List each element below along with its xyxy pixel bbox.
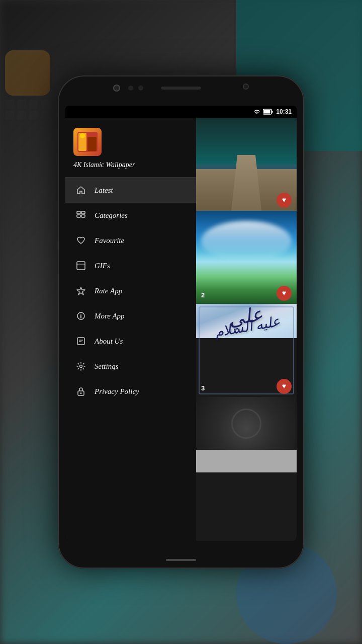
gear-icon bbox=[75, 361, 86, 372]
app-name-label: 4K Islamic Wallpaper bbox=[73, 161, 188, 169]
info-icon bbox=[75, 310, 86, 321]
lock-icon bbox=[75, 386, 86, 397]
phone-screen: 10:31 4K I bbox=[65, 106, 297, 541]
about-icon bbox=[75, 336, 86, 347]
favourite-button-2[interactable]: ♥ bbox=[277, 286, 292, 301]
svg-rect-1 bbox=[272, 111, 273, 113]
drawer-item-favourite[interactable]: Favourite bbox=[65, 228, 196, 253]
svg-point-22 bbox=[80, 392, 82, 394]
drawer-item-privacy-policy[interactable]: Privacy Policy bbox=[65, 379, 196, 404]
drawer-item-about-us[interactable]: About Us bbox=[65, 329, 196, 354]
front-camera-dot1 bbox=[128, 86, 133, 91]
earpiece-speaker bbox=[161, 87, 201, 90]
svg-rect-7 bbox=[77, 211, 80, 214]
main-area: 4K Islamic Wallpaper Latest bbox=[65, 118, 297, 541]
svg-rect-10 bbox=[81, 215, 85, 217]
latest-label: Latest bbox=[95, 186, 113, 195]
navigation-drawer: 4K Islamic Wallpaper Latest bbox=[65, 118, 196, 541]
svg-point-20 bbox=[80, 365, 82, 368]
drawer-header: 4K Islamic Wallpaper bbox=[65, 118, 196, 178]
wallpaper-4-image bbox=[196, 397, 297, 450]
phone-frame: 10:31 4K I bbox=[58, 75, 304, 569]
gif-icon bbox=[75, 260, 86, 271]
app-icon bbox=[73, 128, 102, 156]
svg-rect-11 bbox=[77, 262, 85, 270]
home-indicator[interactable] bbox=[166, 559, 196, 561]
drawer-item-latest[interactable]: Latest bbox=[65, 178, 196, 203]
wp4-circle bbox=[231, 409, 261, 439]
drawer-item-settings[interactable]: Settings bbox=[65, 354, 196, 379]
gifs-label: GIFs bbox=[95, 262, 110, 270]
home-icon bbox=[75, 185, 86, 196]
drawer-menu: Latest Categories Favourit bbox=[65, 178, 196, 541]
favourite-button-3[interactable]: ♥ bbox=[277, 379, 292, 394]
categories-label: Categories bbox=[95, 211, 128, 220]
rate-app-label: Rate App bbox=[95, 287, 122, 295]
settings-label: Settings bbox=[95, 362, 119, 371]
svg-rect-2 bbox=[264, 110, 270, 114]
drawer-item-more-app[interactable]: More App bbox=[65, 303, 196, 329]
status-bar: 10:31 bbox=[65, 106, 297, 118]
front-camera-left bbox=[113, 85, 120, 92]
heart-icon bbox=[75, 235, 86, 246]
svg-rect-9 bbox=[77, 215, 80, 217]
star-icon bbox=[75, 285, 86, 296]
wp4-bar bbox=[196, 450, 297, 472]
about-us-label: About Us bbox=[95, 337, 123, 346]
favourite-button-1[interactable]: ♥ bbox=[277, 193, 292, 208]
drawer-item-rate-app[interactable]: Rate App bbox=[65, 278, 196, 303]
front-camera-right bbox=[243, 84, 249, 90]
drawer-item-categories[interactable]: Categories bbox=[65, 203, 196, 228]
wallpaper-item-3[interactable]: علي عليه السلام 3 ♥ bbox=[196, 304, 297, 397]
more-app-label: More App bbox=[95, 312, 125, 320]
svg-point-6 bbox=[80, 133, 85, 138]
status-icons: 10:31 bbox=[253, 108, 292, 115]
battery-icon bbox=[263, 109, 273, 115]
time-display: 10:31 bbox=[276, 108, 292, 115]
wallpaper-item-4[interactable] bbox=[196, 397, 297, 472]
wallpaper-number-3: 3 bbox=[201, 384, 205, 392]
wp2-cloud bbox=[201, 221, 292, 261]
svg-rect-5 bbox=[87, 137, 97, 151]
front-camera-dot2 bbox=[138, 86, 143, 91]
wallpaper-item-2[interactable]: 2 ♥ bbox=[196, 211, 297, 304]
wallpaper-list: ♥ 2 ♥ bbox=[196, 118, 297, 541]
wallpaper-number-2: 2 bbox=[201, 291, 205, 299]
wallpaper-3-image: علي عليه السلام bbox=[196, 304, 297, 338]
wifi-icon bbox=[253, 109, 261, 115]
wallpaper-item-1[interactable]: ♥ bbox=[196, 118, 297, 211]
drawer-item-gifs[interactable]: GIFs bbox=[65, 253, 196, 278]
privacy-policy-label: Privacy Policy bbox=[95, 387, 139, 396]
svg-marker-13 bbox=[77, 287, 85, 295]
categories-icon bbox=[75, 210, 86, 221]
favourite-label: Favourite bbox=[95, 236, 124, 245]
svg-rect-17 bbox=[77, 338, 84, 345]
bg-left-keyboard bbox=[5, 50, 51, 120]
app-icon-image bbox=[77, 132, 98, 152]
svg-point-16 bbox=[80, 314, 81, 315]
svg-rect-8 bbox=[81, 211, 85, 214]
